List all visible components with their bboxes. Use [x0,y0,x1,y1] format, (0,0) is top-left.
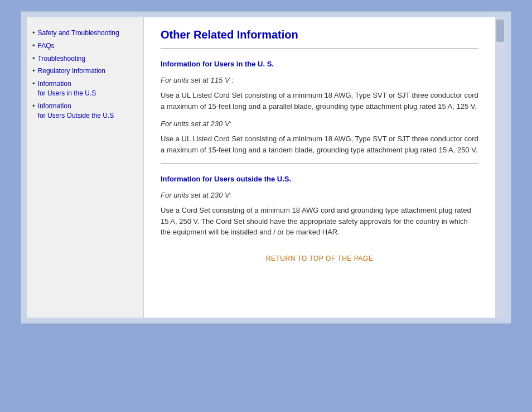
sidebar: Safety and Troubleshooting FAQs Troubles… [27,17,144,318]
sidebar-item-info-outside: Information for Users Outside the U.S [32,102,138,121]
divider-middle [161,163,478,164]
page-title: Other Related Information [161,28,478,41]
sidebar-link-info-outside[interactable]: Information for Users Outside the U.S [38,102,114,121]
sidebar-link-safety[interactable]: Safety and Troubleshooting [38,28,119,38]
scrollbar[interactable] [495,17,505,318]
sidebar-item-regulatory: Regulatory Information [32,66,138,76]
section1-title: Information for Users in the U. S. [161,60,478,68]
section1-para2: Use a UL Listed Cord Set consisting of a… [161,133,478,155]
sidebar-nav: Safety and Troubleshooting FAQs Troubles… [32,28,138,120]
return-to-top-link[interactable]: RETURN TO TOP OF THE PAGE [266,255,373,262]
return-link-container: RETURN TO TOP OF THE PAGE [161,246,478,265]
sidebar-item-safety: Safety and Troubleshooting [32,28,138,38]
sidebar-item-troubleshooting: Troubleshooting [32,54,138,64]
section1-italics1: For units set at 115 V : [161,76,478,84]
section1-para1: Use a UL Listed Cord Set consisting of a… [161,90,478,112]
sidebar-link-troubleshooting[interactable]: Troubleshooting [38,54,86,64]
section2-para1: Use a Cord Set consisting of a minimum 1… [161,205,478,238]
main-content: Other Related Information Information fo… [144,17,495,318]
divider-top [161,48,478,49]
outer-container: Safety and Troubleshooting FAQs Troubles… [21,11,511,324]
sidebar-link-faqs[interactable]: FAQs [38,41,55,51]
section2-title: Information for Users outside the U.S. [161,175,478,183]
section1-italics2: For units set at 230 V: [161,119,478,128]
sidebar-item-faqs: FAQs [32,41,138,51]
scrollbar-thumb[interactable] [496,20,504,42]
sidebar-link-info-us[interactable]: Information for Users in the U.S [38,79,96,98]
sidebar-link-regulatory[interactable]: Regulatory Information [38,66,105,76]
section2-italics1: For units set at 230 V: [161,191,478,199]
sidebar-item-info-us: Information for Users in the U.S [32,79,138,98]
